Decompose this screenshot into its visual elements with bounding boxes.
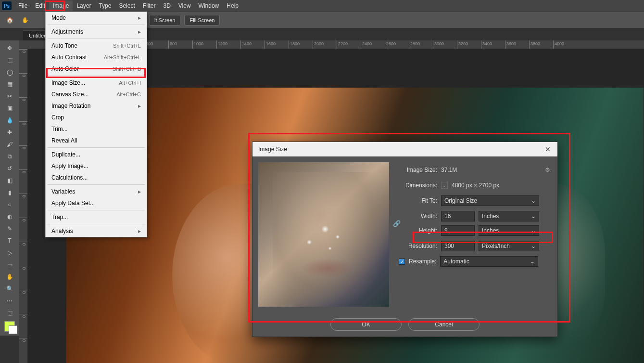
fit-screen-button[interactable]: it Screen (149, 15, 180, 26)
marquee-tool-icon[interactable]: ⬚ (2, 54, 17, 66)
ruler-tick: 2200 (337, 40, 361, 49)
menubar: Ps FileEditImageLayerTypeSelectFilter3DV… (0, 0, 644, 12)
menu-item-auto-color[interactable]: Auto ColorShift+Ctrl+B (46, 63, 147, 75)
ruler-vtick: 0 (19, 338, 27, 362)
home-icon[interactable]: 🏠 (4, 14, 15, 26)
resample-checkbox[interactable]: ✓ (399, 259, 405, 265)
menu-3d[interactable]: 3D (159, 0, 174, 11)
menu-edit[interactable]: Edit (31, 0, 49, 11)
ok-button[interactable]: OK (330, 318, 402, 331)
menu-item-apply-data-set-[interactable]: Apply Data Set... (46, 197, 147, 209)
frame-tool-icon[interactable]: ▣ (2, 103, 17, 114)
width-input[interactable] (441, 211, 475, 221)
dimensions-value: 4800 px × 2700 px (452, 182, 499, 189)
dialog-titlebar[interactable]: Image Size ✕ (253, 142, 557, 156)
ruler-tick: 2000 (313, 40, 337, 49)
menu-window[interactable]: Window (195, 0, 223, 11)
resolution-input[interactable] (441, 241, 475, 251)
menu-separator (48, 184, 145, 185)
pen-tool-icon[interactable]: ✎ (2, 223, 17, 234)
brush-tool-icon[interactable]: 🖌 (2, 139, 17, 150)
ruler-tick: 3000 (433, 40, 457, 49)
link-icon[interactable]: 🔗 (393, 220, 400, 227)
fit-to-select[interactable]: Original Size⌄ (441, 195, 539, 206)
history-brush-icon[interactable]: ↺ (2, 163, 17, 174)
ruler-tick: 600 (144, 40, 168, 49)
menu-type[interactable]: Type (95, 0, 115, 11)
menu-item-calculations-[interactable]: Calculations... (46, 172, 147, 183)
menu-item-canvas-size-[interactable]: Canvas Size...Alt+Ctrl+C (46, 89, 147, 100)
hand-tool-icon[interactable]: ✋ (19, 14, 31, 26)
menu-item-trap-[interactable]: Trap... (46, 211, 147, 223)
dodge-tool-icon[interactable]: ◐ (2, 211, 17, 222)
menu-item-auto-contrast[interactable]: Auto ContrastAlt+Shift+Ctrl+L (46, 52, 147, 63)
menu-layer[interactable]: Layer (73, 0, 95, 11)
menu-separator (48, 224, 145, 224)
menu-view[interactable]: View (175, 0, 195, 11)
cancel-button[interactable]: Cancel (408, 318, 480, 331)
menu-item-duplicate-[interactable]: Duplicate... (46, 149, 147, 160)
ruler-tick: 3200 (457, 40, 481, 49)
menu-separator (48, 210, 145, 210)
menu-separator (48, 147, 145, 148)
image-size-dialog: Image Size ✕ Image Size: 37.1M ⚙. Dimens… (252, 142, 558, 337)
ruler-vtick: 0 (19, 266, 27, 290)
resample-select[interactable]: Automatic⌄ (440, 256, 538, 267)
zoom-tool-icon[interactable]: 🔍 (2, 283, 17, 295)
ruler-tick: 2400 (361, 40, 385, 49)
path-tool-icon[interactable]: ▷ (2, 247, 17, 259)
shape-tool-icon[interactable]: ▭ (2, 259, 17, 271)
hand-tool[interactable]: ✋ (2, 271, 17, 283)
gradient-tool-icon[interactable]: ▮ (2, 187, 17, 198)
width-unit-select[interactable]: Inches⌄ (479, 211, 539, 221)
menu-item-apply-image-[interactable]: Apply Image... (46, 160, 147, 172)
ruler-vtick: 0 (19, 290, 27, 314)
ruler-tick: 1200 (216, 40, 240, 49)
resolution-unit-select[interactable]: Pixels/Inch⌄ (479, 241, 539, 251)
eraser-tool-icon[interactable]: ◧ (2, 175, 17, 186)
blur-tool-icon[interactable]: ○ (2, 199, 17, 210)
heal-tool-icon[interactable]: ✚ (2, 127, 17, 138)
chevron-down-icon[interactable]: ⌄ (441, 182, 448, 189)
preview-image (258, 162, 389, 307)
ruler-vtick: 0 (19, 218, 27, 242)
menu-image[interactable]: Image (49, 0, 73, 11)
menu-filter[interactable]: Filter (139, 0, 160, 11)
menu-item-reveal-all[interactable]: Reveal All (46, 135, 147, 146)
resolution-label: Resolution: (399, 243, 437, 249)
menu-item-image-size-[interactable]: Image Size...Alt+Ctrl+I (46, 77, 147, 89)
move-tool-icon[interactable]: ✥ (2, 42, 17, 54)
menu-help[interactable]: Help (223, 0, 242, 11)
height-input[interactable] (441, 225, 475, 236)
fit-to-label: Fit To: (399, 197, 437, 204)
crop-tool-icon[interactable]: ✂ (2, 91, 17, 102)
menu-separator (48, 39, 145, 39)
image-size-value: 37.1M (441, 167, 457, 173)
menu-item-mode[interactable]: Mode▸ (46, 12, 147, 24)
menu-item-trim-[interactable]: Trim... (46, 123, 147, 135)
close-icon[interactable]: ✕ (543, 144, 553, 154)
menu-item-adjustments[interactable]: Adjustments▸ (46, 26, 147, 38)
ruler-tick: 1800 (289, 40, 313, 49)
menu-item-variables[interactable]: Variables▸ (46, 186, 147, 197)
lasso-tool-icon[interactable]: ◯ (2, 66, 17, 78)
selection-tool-icon[interactable]: ▦ (2, 78, 17, 90)
menu-item-analysis[interactable]: Analysis▸ (46, 225, 147, 237)
menu-item-image-rotation[interactable]: Image Rotation▸ (46, 100, 147, 112)
image-menu-dropdown: Mode▸Adjustments▸Auto ToneShift+Ctrl+LAu… (45, 12, 147, 237)
more-icon[interactable]: ⋯ (2, 295, 17, 307)
gear-icon[interactable]: ⚙. (545, 167, 552, 173)
stamp-tool-icon[interactable]: ⧉ (2, 151, 17, 162)
edit-toolbar-icon[interactable]: ⬚ (2, 307, 17, 319)
type-tool-icon[interactable]: T (2, 235, 17, 246)
menu-select[interactable]: Select (115, 0, 139, 11)
menu-item-crop[interactable]: Crop (46, 112, 147, 123)
menu-item-auto-tone[interactable]: Auto ToneShift+Ctrl+L (46, 40, 147, 52)
fill-screen-button[interactable]: Fill Screen (184, 15, 220, 26)
ruler-vtick: 0 (19, 97, 27, 121)
height-unit-select[interactable]: Inches⌄ (479, 225, 539, 236)
foreground-color-swatch[interactable] (4, 321, 15, 332)
menu-file[interactable]: File (14, 0, 31, 11)
dimensions-label: Dimensions: (399, 182, 437, 189)
eyedropper-tool-icon[interactable]: 💧 (2, 115, 17, 126)
